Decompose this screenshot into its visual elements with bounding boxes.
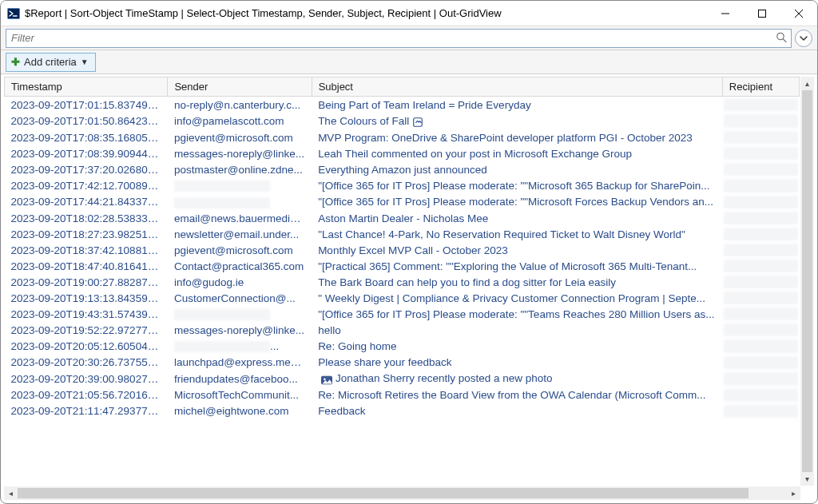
cell-subject: " Weekly Digest | Compliance & Privacy C… — [312, 290, 722, 306]
redacted-text — [724, 276, 797, 288]
cell-recipient — [722, 403, 799, 419]
cell-recipient — [722, 129, 799, 145]
table-row[interactable]: 2023-09-20T17:08:35.1680548Zpgievent@mic… — [5, 129, 800, 145]
filter-input[interactable] — [6, 29, 792, 48]
table-row[interactable]: 2023-09-20T18:27:23.9825125Znewsletter@e… — [5, 226, 800, 242]
grid-header-row: Timestamp Sender Subject Recipient — [5, 77, 800, 97]
cell-recipient — [722, 274, 799, 290]
table-row[interactable]: 2023-09-20T17:08:39.9094494Zmessages-nor… — [5, 145, 800, 161]
table-row[interactable]: 2023-09-20T18:02:28.5383311Zemail@news.b… — [5, 210, 800, 226]
close-button[interactable] — [780, 1, 817, 26]
horizontal-scrollbar[interactable]: ◂ ▸ — [4, 486, 800, 500]
maximize-button[interactable] — [744, 1, 780, 26]
cell-timestamp: 2023-09-20T17:44:21.8433766Z — [5, 194, 168, 210]
table-row[interactable]: 2023-09-20T18:47:40.8164107ZContact@prac… — [5, 258, 800, 274]
column-header-subject[interactable]: Subject — [312, 77, 722, 97]
redacted-text — [724, 308, 797, 320]
table-row[interactable]: 2023-09-20T17:37:20.0268048Zpostmaster@o… — [5, 161, 800, 177]
cell-sender — [168, 194, 312, 210]
table-row[interactable]: 2023-09-20T19:43:31.5743977Z"[Office 365… — [5, 306, 800, 322]
cell-sender: launchpad@express.med... — [168, 355, 312, 371]
cell-timestamp: 2023-09-20T18:02:28.5383311Z — [5, 210, 168, 226]
scroll-thumb-vertical[interactable] — [802, 90, 812, 472]
cell-recipient — [722, 371, 799, 387]
redacted-text — [724, 339, 797, 352]
cell-sender: pgievent@microsoft.com — [168, 242, 312, 258]
cell-sender: friendupdates@faceboo... — [168, 371, 312, 387]
cell-sender: CustomerConnection@... — [168, 290, 312, 306]
redacted-text — [174, 197, 270, 208]
table-row[interactable]: 2023-09-20T17:01:50.8642389Zinfo@pamelas… — [5, 113, 800, 129]
scroll-down-arrow[interactable]: ▾ — [800, 472, 814, 486]
redacted-text — [174, 181, 270, 192]
cell-timestamp: 2023-09-20T17:08:39.9094494Z — [5, 145, 168, 161]
scroll-up-arrow[interactable]: ▴ — [800, 77, 814, 90]
cell-timestamp: 2023-09-20T19:43:31.5743977Z — [5, 306, 168, 322]
column-header-timestamp[interactable]: Timestamp — [5, 77, 168, 97]
redacted-text — [724, 356, 797, 369]
cell-timestamp: 2023-09-20T20:39:00.9802794Z — [5, 371, 168, 387]
table-row[interactable]: 2023-09-20T19:13:13.8435997ZCustomerConn… — [5, 290, 800, 306]
cell-subject: Everything Amazon just announced — [312, 161, 722, 177]
table-row[interactable]: 2023-09-20T21:11:47.2937711Zmichel@eight… — [5, 403, 800, 419]
table-row[interactable]: 2023-09-20T19:52:22.9727734Zmessages-nor… — [5, 322, 800, 338]
scroll-thumb-horizontal[interactable] — [18, 488, 749, 498]
table-row[interactable]: 2023-09-20T19:00:27.8828741Zinfo@gudog.i… — [5, 274, 800, 290]
cell-timestamp: 2023-09-20T19:52:22.9727734Z — [5, 322, 168, 338]
cell-sender: info@gudog.ie — [168, 274, 312, 290]
table-row[interactable]: 2023-09-20T20:05:12.6050473Z...Re: Going… — [5, 338, 800, 354]
redacted-text — [724, 212, 797, 224]
powershell-icon — [7, 7, 20, 20]
cell-sender: no-reply@n.canterbury.c... — [168, 97, 312, 113]
add-criteria-label: Add criteria — [24, 56, 77, 68]
cell-timestamp: 2023-09-20T17:08:35.1680548Z — [5, 129, 168, 145]
cell-subject: Please share your feedback — [312, 355, 722, 371]
cell-subject: Aston Martin Dealer - Nicholas Mee — [312, 210, 722, 226]
window-controls — [707, 1, 817, 26]
column-header-sender[interactable]: Sender — [168, 77, 312, 97]
cell-sender — [168, 177, 312, 193]
data-grid[interactable]: Timestamp Sender Subject Recipient 2023-… — [4, 77, 800, 419]
cell-timestamp: 2023-09-20T18:37:42.1088183Z — [5, 242, 168, 258]
cell-timestamp: 2023-09-20T17:37:20.0268048Z — [5, 161, 168, 177]
cell-sender: pgievent@microsoft.com — [168, 129, 312, 145]
minimize-button[interactable] — [707, 1, 744, 26]
redacted-text — [174, 309, 270, 320]
cell-recipient — [722, 145, 799, 161]
cell-recipient — [722, 194, 799, 210]
scroll-left-arrow[interactable]: ◂ — [4, 486, 18, 500]
svg-point-10 — [324, 378, 326, 380]
redacted-text — [724, 131, 797, 144]
vertical-scrollbar[interactable]: ▴ ▾ — [800, 77, 814, 486]
window-title: $Report | Sort-Object TimeStamp | Select… — [25, 7, 707, 19]
scroll-right-arrow[interactable]: ▸ — [787, 486, 800, 500]
table-row[interactable]: 2023-09-20T20:30:26.7375500Zlaunchpad@ex… — [5, 355, 800, 371]
cell-subject: "[Practical 365] Comment: ""Exploring th… — [312, 258, 722, 274]
table-row[interactable]: 2023-09-20T17:01:15.8374959Zno-reply@n.c… — [5, 97, 800, 113]
expand-options-button[interactable] — [795, 30, 812, 47]
cell-timestamp: 2023-09-20T20:05:12.6050473Z — [5, 338, 168, 354]
cell-sender: MicrosoftTechCommunit... — [168, 387, 312, 403]
cell-sender: info@pamelascott.com — [168, 113, 312, 129]
column-header-recipient[interactable]: Recipient — [722, 77, 799, 97]
cell-sender: postmaster@online.zdne... — [168, 161, 312, 177]
redacted-text — [724, 389, 797, 402]
add-criteria-button[interactable]: ✚ Add criteria ▼ — [6, 53, 96, 72]
cell-subject: Re: Microsoft Retires the Board View fro… — [312, 387, 722, 403]
cell-recipient — [722, 177, 799, 193]
table-row[interactable]: 2023-09-20T17:44:21.8433766Z"[Office 365… — [5, 194, 800, 210]
cell-recipient — [722, 258, 799, 274]
cell-sender: email@news.bauermedia.... — [168, 210, 312, 226]
redacted-text — [724, 323, 797, 336]
cell-recipient — [722, 322, 799, 338]
cell-timestamp: 2023-09-20T21:05:56.7201624Z — [5, 387, 168, 403]
table-row[interactable]: 2023-09-20T18:37:42.1088183Zpgievent@mic… — [5, 242, 800, 258]
table-row[interactable]: 2023-09-20T20:39:00.9802794Zfriendupdate… — [5, 371, 800, 387]
plus-icon: ✚ — [11, 56, 20, 68]
cell-recipient — [722, 306, 799, 322]
table-row[interactable]: 2023-09-20T21:05:56.7201624ZMicrosoftTec… — [5, 387, 800, 403]
redacted-text — [724, 196, 797, 208]
cell-sender: michel@eightwone.com — [168, 403, 312, 419]
search-icon[interactable] — [776, 31, 787, 45]
table-row[interactable]: 2023-09-20T17:42:12.7008942Z"[Office 365… — [5, 177, 800, 193]
